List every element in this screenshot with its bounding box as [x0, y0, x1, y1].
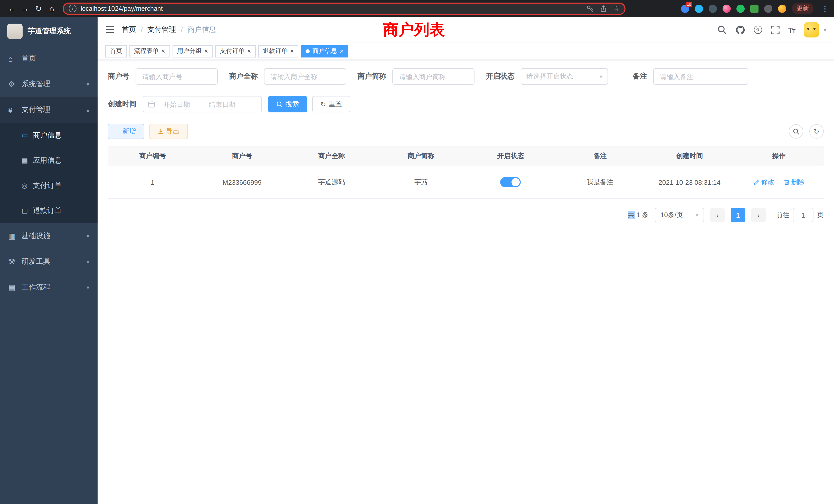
tag-refund-orders[interactable]: 退款订单 ×	[258, 45, 299, 57]
extensions-puzzle-icon[interactable]: 10	[681, 4, 689, 13]
sidebar-toggle-icon[interactable]	[105, 26, 114, 34]
page-size-select[interactable]: 10条/页 ▾	[655, 208, 704, 222]
start-date-input[interactable]	[159, 100, 195, 109]
browser-forward-icon[interactable]: →	[19, 4, 32, 13]
col-header: 操作	[734, 146, 824, 166]
sidebar-logo[interactable]: 芋道管理系统	[0, 17, 97, 46]
sidebar: 芋道管理系统 ⌂ 首页 ⚙ 系统管理 ▾ ¥ 支付管理 ▴ ▭ 商户信息 ▦ 应…	[0, 17, 97, 504]
address-bar[interactable]: i localhost:1024/pay/merchant ☆	[63, 2, 626, 15]
chevron-down-icon: ▾	[87, 284, 89, 291]
breadcrumb-item[interactable]: 首页	[122, 25, 136, 35]
reset-button[interactable]: ↻ 重置	[312, 96, 350, 112]
extension-icon-2[interactable]	[695, 4, 703, 13]
sidebar-item-merchant-info[interactable]: ▭ 商户信息	[0, 123, 97, 148]
bookmark-star-icon[interactable]: ☆	[613, 5, 619, 12]
merchant-name-input[interactable]	[264, 68, 346, 85]
extension-icon-6[interactable]	[750, 4, 759, 13]
edit-label: 修改	[761, 178, 774, 187]
search-icon[interactable]	[717, 25, 726, 35]
user-avatar[interactable]	[804, 22, 819, 38]
remark-input[interactable]	[653, 68, 748, 85]
sidebar-item-label: 研发工具	[22, 257, 50, 266]
site-info-icon[interactable]: i	[69, 5, 76, 12]
profile-avatar-icon[interactable]	[778, 4, 786, 13]
close-icon[interactable]: ×	[290, 48, 294, 54]
page-1-button[interactable]: 1	[731, 208, 745, 222]
github-icon[interactable]	[735, 25, 745, 35]
content: 商户号 商户全称 商户简称 开启状态 请选择开启状态 ▾	[97, 60, 834, 222]
edit-link[interactable]: 修改	[753, 178, 774, 187]
breadcrumb: 首页 / 支付管理 / 商户信息	[122, 25, 216, 35]
extension-icon-3[interactable]	[709, 4, 717, 13]
next-page-button[interactable]: ›	[751, 208, 766, 222]
sidebar-item-home[interactable]: ⌂ 首页	[0, 46, 97, 71]
search-button[interactable]: 搜索	[268, 96, 307, 112]
merchant-no-input[interactable]	[136, 68, 218, 85]
merchant-short-input[interactable]	[392, 68, 475, 85]
merchant-name-label: 商户全称	[229, 72, 258, 81]
close-icon[interactable]: ×	[161, 48, 165, 54]
goto-suffix: 页	[817, 210, 824, 220]
font-size-icon[interactable]: TT	[788, 25, 795, 34]
avatar-caret-icon[interactable]: ▾	[824, 27, 826, 32]
calendar-icon	[148, 100, 155, 108]
extension-icon-5[interactable]	[737, 4, 745, 13]
hide-search-icon[interactable]	[789, 124, 803, 139]
end-date-input[interactable]	[204, 100, 240, 109]
sidebar-item-workflow[interactable]: ▤ 工作流程 ▾	[0, 275, 97, 300]
add-button[interactable]: + 新增	[108, 124, 144, 139]
close-icon[interactable]: ×	[340, 48, 344, 54]
password-key-icon[interactable]	[587, 5, 594, 12]
breadcrumb-item[interactable]: 支付管理	[147, 25, 176, 35]
breadcrumb-current: 商户信息	[188, 25, 216, 35]
tag-home[interactable]: 首页	[105, 45, 127, 57]
extension-icon-7[interactable]	[764, 4, 772, 13]
omnibox-actions: ☆	[587, 5, 619, 12]
browser-update-button[interactable]: 更新	[792, 3, 813, 14]
close-icon[interactable]: ×	[204, 48, 208, 54]
sidebar-item-system[interactable]: ⚙ 系统管理 ▾	[0, 71, 97, 97]
sidebar-item-infrastructure[interactable]: ▥ 基础设施 ▾	[0, 223, 97, 249]
tag-label: 用户分组	[177, 47, 202, 55]
sidebar-item-label: 退款订单	[33, 206, 62, 215]
sidebar-item-pay-orders[interactable]: ◎ 支付订单	[0, 173, 97, 198]
delete-link[interactable]: 删除	[784, 178, 805, 187]
sidebar-item-refund-orders[interactable]: ▢ 退款订单	[0, 198, 97, 223]
share-icon[interactable]	[600, 5, 607, 12]
export-button-label: 导出	[166, 127, 179, 136]
extensions-area: 10 更新 ⋮	[681, 3, 829, 14]
close-icon[interactable]: ×	[247, 48, 251, 54]
sidebar-item-app-info[interactable]: ▦ 应用信息	[0, 148, 97, 173]
col-header: 商户简称	[376, 146, 466, 166]
tag-process-form[interactable]: 流程表单 ×	[129, 45, 170, 57]
status-toggle[interactable]	[500, 177, 521, 187]
chevron-down-icon: ▾	[87, 81, 89, 88]
tag-merchant-info[interactable]: 商户信息 ×	[301, 45, 348, 57]
fullscreen-icon[interactable]	[771, 25, 779, 34]
breadcrumb-separator: /	[181, 26, 183, 34]
date-range-picker[interactable]: -	[143, 96, 262, 112]
goto-page-input[interactable]	[793, 208, 813, 222]
tag-label: 首页	[110, 47, 122, 55]
refresh-table-icon[interactable]: ↻	[809, 124, 824, 139]
export-button[interactable]: 导出	[149, 124, 188, 139]
status-select-placeholder: 请选择开启状态	[526, 72, 599, 81]
browser-back-icon[interactable]: ←	[5, 4, 19, 13]
browser-reload-icon[interactable]: ↻	[32, 4, 45, 13]
status-select[interactable]: 请选择开启状态 ▾	[521, 68, 608, 85]
browser-menu-icon[interactable]: ⋮	[821, 4, 829, 13]
sidebar-item-dev-tools[interactable]: ⚒ 研发工具 ▾	[0, 249, 97, 275]
help-icon[interactable]: ?	[754, 26, 762, 34]
extension-icon-4[interactable]	[723, 4, 731, 13]
tag-pay-orders[interactable]: 支付订单 ×	[215, 45, 256, 57]
top-navbar: 首页 / 支付管理 / 商户信息 商户列表 ? TT	[97, 17, 834, 43]
tag-user-group[interactable]: 用户分组 ×	[172, 45, 213, 57]
page-size-value: 10条/页	[660, 210, 696, 220]
cell-create-time: 2021-10-23 08:31:14	[645, 166, 734, 198]
sidebar-item-payment[interactable]: ¥ 支付管理 ▴	[0, 97, 97, 123]
url-text[interactable]: localhost:1024/pay/merchant	[81, 5, 163, 12]
table-toolbar: + 新增 导出 ↻	[108, 124, 824, 139]
browser-home-icon[interactable]: ⌂	[45, 4, 59, 13]
prev-page-button[interactable]: ‹	[710, 208, 725, 222]
cell-remark: 我是备注	[555, 166, 645, 198]
